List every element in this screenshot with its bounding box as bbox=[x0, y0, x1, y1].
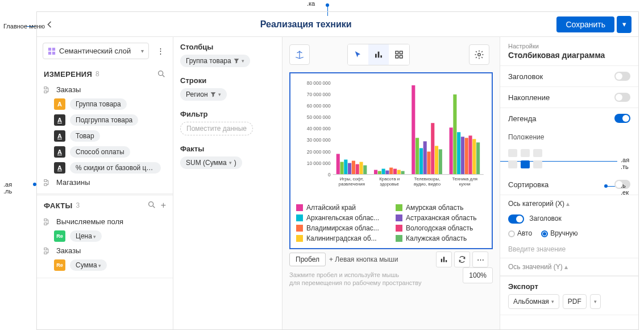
legend-item[interactable]: Астраханская область bbox=[396, 214, 486, 222]
legend-item[interactable]: Калининградская об... bbox=[296, 234, 387, 242]
grid-tool-icon[interactable] bbox=[389, 44, 409, 65]
svg-rect-61 bbox=[450, 127, 453, 174]
dimension-item[interactable]: AГруппа товара bbox=[44, 96, 166, 112]
svg-rect-3 bbox=[52, 51, 55, 54]
heading-toggle[interactable] bbox=[614, 72, 630, 81]
format-more[interactable]: ▾ bbox=[590, 294, 601, 309]
rows-chip[interactable]: Регион ▾ bbox=[180, 88, 227, 101]
axes-tool-icon[interactable] bbox=[289, 44, 310, 65]
filter-dropzone[interactable]: Поместите данные bbox=[180, 122, 253, 135]
search-icon[interactable] bbox=[147, 200, 156, 209]
chart-legend: Алтайский крайАмурская областьАрхангельс… bbox=[296, 204, 486, 242]
filter-icon bbox=[210, 92, 216, 97]
svg-rect-31 bbox=[336, 154, 340, 174]
svg-rect-37 bbox=[359, 162, 363, 175]
svg-rect-10 bbox=[44, 218, 47, 221]
svg-text:Красота и: Красота и bbox=[379, 176, 400, 182]
space-hint-rest: + Левая кнопка мыши bbox=[329, 255, 398, 263]
zoom-level[interactable]: 100% bbox=[463, 267, 493, 283]
bar-chart: 010 000 00020 000 00030 000 00040 000 00… bbox=[296, 79, 486, 199]
svg-rect-54 bbox=[423, 141, 427, 174]
facts-label: Факты bbox=[180, 145, 275, 153]
view-mode-group bbox=[347, 44, 410, 65]
canvas-panel: 010 000 00020 000 00030 000 00040 000 00… bbox=[282, 37, 500, 329]
legend-item[interactable]: Калужская область bbox=[396, 234, 486, 242]
legend-item[interactable]: Алтайский край bbox=[296, 204, 387, 212]
facts-chip[interactable]: SUM (Сумма ▾) bbox=[180, 156, 242, 169]
svg-text:кухни: кухни bbox=[459, 182, 471, 187]
back-arrow-icon[interactable] bbox=[44, 19, 55, 30]
svg-rect-42 bbox=[378, 171, 381, 175]
dimension-item[interactable]: AСпособ оплаты bbox=[44, 144, 166, 160]
svg-rect-17 bbox=[396, 51, 398, 54]
stacking-toggle[interactable] bbox=[614, 93, 630, 102]
more-icon[interactable]: ⋯ bbox=[472, 251, 488, 267]
svg-rect-8 bbox=[44, 183, 47, 185]
heading-toggle-row: Заголовок bbox=[500, 66, 638, 87]
axis-x-heading-toggle[interactable] bbox=[508, 214, 524, 224]
bars-tool-icon[interactable] bbox=[368, 44, 389, 65]
fields-panel: Столбцы Группа товара ▾ Строки Регион ▾ … bbox=[173, 37, 282, 329]
svg-point-9 bbox=[148, 202, 153, 207]
tree-node-stores[interactable]: Магазины bbox=[44, 176, 166, 189]
annotation-main-menu: Главное меню bbox=[3, 23, 45, 30]
svg-text:здоровье: здоровье bbox=[380, 182, 399, 187]
layer-menu-icon[interactable]: ⋮ bbox=[153, 44, 167, 58]
radio-manual[interactable]: Вручную bbox=[541, 229, 577, 237]
svg-rect-6 bbox=[44, 90, 47, 93]
legend-item[interactable]: Архангельская облас... bbox=[296, 214, 387, 222]
settings-label: Настройки bbox=[508, 43, 630, 50]
svg-rect-36 bbox=[356, 164, 359, 175]
tree-node-calc[interactable]: Вычисляемые поля bbox=[44, 215, 166, 228]
facts-title: ФАКТЫ bbox=[44, 201, 73, 210]
format-select[interactable]: PDF bbox=[563, 294, 587, 309]
radio-auto[interactable]: Авто bbox=[508, 229, 532, 237]
orientation-select[interactable]: Альбомная▾ bbox=[508, 294, 559, 309]
svg-rect-44 bbox=[385, 171, 389, 175]
sorting-toggle-row: Сортировка bbox=[500, 174, 638, 195]
svg-text:10 000 000: 10 000 000 bbox=[307, 160, 331, 166]
cursor-tool-icon[interactable] bbox=[348, 44, 368, 65]
chart-type-icon[interactable] bbox=[436, 251, 452, 267]
dimension-item[interactable]: AТовар bbox=[44, 128, 166, 144]
add-icon[interactable]: + bbox=[161, 200, 166, 211]
svg-rect-74 bbox=[446, 260, 447, 262]
svg-text:50 000 000: 50 000 000 bbox=[307, 114, 331, 120]
svg-text:20 000 000: 20 000 000 bbox=[307, 149, 331, 155]
legend-toggle-row: Легенда bbox=[500, 108, 638, 129]
annotation-right: .ая.ть bbox=[621, 156, 629, 170]
search-icon[interactable] bbox=[157, 69, 166, 79]
annotation-sort: .ь.ек bbox=[621, 182, 629, 196]
tree-node-orders2[interactable]: Заказы bbox=[44, 244, 166, 257]
svg-rect-1 bbox=[52, 47, 55, 50]
dimension-item[interactable]: AПодгруппа товара bbox=[44, 112, 166, 128]
field-price[interactable]: Re Цена bbox=[44, 228, 166, 244]
svg-rect-45 bbox=[389, 168, 393, 175]
layer-select[interactable]: Семантический слой ▾ bbox=[43, 43, 149, 59]
dimensions-section: ИЗМЕРЕНИЯ 8 Заказы AГруппа товараAПодгру… bbox=[37, 65, 173, 194]
tree-node-orders[interactable]: Заказы bbox=[44, 83, 166, 96]
svg-text:0: 0 bbox=[328, 172, 331, 178]
legend-item[interactable]: Владимирская облас... bbox=[296, 224, 387, 232]
svg-text:развлечения: развлечения bbox=[339, 182, 365, 187]
rows-label: Строки bbox=[180, 76, 275, 85]
axis-x-label: Ось категорий (X) ▴ bbox=[500, 195, 638, 212]
legend-toggle[interactable] bbox=[614, 114, 630, 123]
refresh-icon[interactable] bbox=[454, 251, 470, 267]
annotation-top: .ка bbox=[307, 0, 315, 7]
columns-label: Столбцы bbox=[180, 43, 275, 51]
legend-item[interactable]: Амурская область bbox=[396, 204, 486, 212]
save-button[interactable]: Сохранить bbox=[556, 16, 614, 32]
field-sum[interactable]: Re Сумма bbox=[44, 257, 166, 273]
columns-chip[interactable]: Группа товара ▾ bbox=[180, 55, 250, 67]
stacking-toggle-row: Накопление bbox=[500, 87, 638, 108]
save-more-button[interactable]: ▾ bbox=[617, 16, 631, 33]
svg-rect-0 bbox=[48, 47, 51, 50]
enter-value-placeholder[interactable]: Введите значение bbox=[500, 241, 638, 258]
legend-item[interactable]: Вологодская область bbox=[396, 224, 486, 232]
dimension-item[interactable]: A% скидки от базовой це... bbox=[44, 160, 166, 176]
gear-icon[interactable] bbox=[469, 44, 489, 65]
svg-text:Техника для: Техника для bbox=[452, 176, 477, 182]
svg-rect-48 bbox=[401, 171, 405, 175]
legend-position-grid[interactable] bbox=[508, 149, 630, 168]
